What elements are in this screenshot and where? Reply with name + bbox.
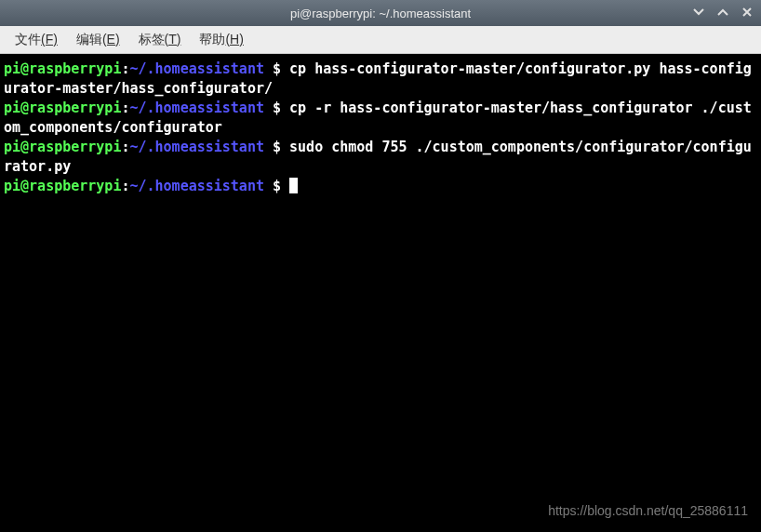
terminal-area[interactable]: pi@raspberrypi:~/.homeassistant $ cp has… [0,54,761,532]
prompt-line: pi@raspberrypi:~/.homeassistant $ [4,100,289,116]
prompt-user: pi@raspberrypi [4,100,121,116]
window-titlebar: pi@raspberrypi: ~/.homeassistant [0,0,761,26]
prompt-path: ~/.homeassistant [129,139,264,155]
close-icon[interactable] [741,6,754,21]
prompt-user: pi@raspberrypi [4,60,121,77]
prompt-line: pi@raspberrypi:~/.homeassistant $ [4,139,289,155]
prompt-user: pi@raspberrypi [4,178,121,194]
prompt-line: pi@raspberrypi:~/.homeassistant $ [4,178,289,194]
maximize-icon[interactable] [716,6,729,21]
prompt-path: ~/.homeassistant [129,100,264,116]
prompt-path: ~/.homeassistant [129,60,264,77]
menu-help[interactable]: 帮助(H) [190,28,252,52]
prompt-path: ~/.homeassistant [129,178,264,194]
menu-edit[interactable]: 编辑(E) [67,28,129,52]
prompt-line: pi@raspberrypi:~/.homeassistant $ [4,60,289,77]
minimize-icon[interactable] [692,6,705,21]
prompt-user: pi@raspberrypi [4,139,121,155]
menu-file[interactable]: 文件(F) [6,28,67,52]
menu-tabs[interactable]: 标签(T) [129,28,191,52]
menu-bar: 文件(F) 编辑(E) 标签(T) 帮助(H) [0,26,761,54]
watermark-text: https://blog.csdn.net/qq_25886111 [548,501,748,521]
window-title: pi@raspberrypi: ~/.homeassistant [290,7,471,20]
terminal-cursor [289,178,298,193]
window-controls [692,6,754,21]
